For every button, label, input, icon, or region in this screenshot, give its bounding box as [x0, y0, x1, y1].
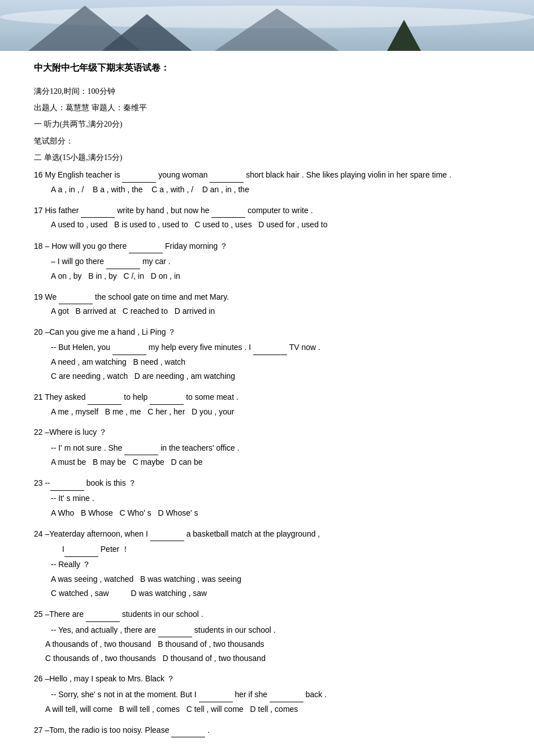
question-20: 20 –Can you give me a hand , Li Ping ？ -… [34, 325, 500, 384]
q18-blank1 [129, 238, 163, 254]
q18-text: 18 – How will you go there Friday mornin… [34, 238, 500, 254]
q22-text: 22 –Where is lucy ？ [34, 425, 500, 440]
q18-options: A on , by B in , by C /, in D on , in [34, 269, 500, 283]
q20-options2: C are needing , watch D are needing , am… [34, 369, 500, 383]
q24-options1: A was seeing , watched B was watching , … [34, 572, 500, 586]
q26-blank1 [199, 686, 233, 702]
q25-options2: C thousands of , two thousands D thousan… [34, 651, 500, 666]
q23-options: A Who B Whose C Who' s D Whose' s [34, 506, 500, 520]
q23-blank1 [50, 475, 84, 491]
exam-title: 中大附中七年级下期末英语试卷： [34, 62, 500, 74]
question-23: 23 -- book is this ？ -- It' s mine . A W… [34, 475, 500, 520]
q16-num: 16 [34, 170, 43, 179]
q19-text: 19 We the school gate on time and met Ma… [34, 289, 500, 305]
q21-blank2 [150, 389, 184, 405]
question-26: 26 –Hello , may I speak to Mrs. Black ？ … [34, 671, 500, 716]
q24-text: 24 –Yeaterday afternoon, when I a basket… [34, 526, 500, 542]
q21-blank1 [88, 389, 121, 405]
q26-subtext: -- Sorry, she' s not in at the moment. B… [34, 686, 500, 702]
question-17: 17 His father write by hand , but now he… [34, 202, 500, 232]
q22-options: A must be B may be C maybe D can be [34, 455, 500, 469]
q16-blank2 [210, 167, 244, 183]
q24-options2: C watched , saw D was watching , saw [34, 586, 500, 601]
q17-options: A used to , used B is used to , used to … [34, 218, 500, 232]
q18-blank2 [106, 253, 140, 269]
q21-options: A me , myself B me , me C her , her D yo… [34, 405, 500, 419]
q17-blank2 [211, 202, 245, 218]
q19-options: A got B arrived at C reached to D arrive… [34, 304, 500, 318]
q17-blank1 [81, 202, 115, 218]
written-part: 笔试部分： [34, 134, 500, 148]
question-19: 19 We the school gate on time and met Ma… [34, 289, 500, 319]
q16-options: A a , in , / B a , with , the C a , with… [34, 183, 500, 197]
q25-blank2 [158, 622, 192, 638]
section2-header: 二 单选(15小题,满分15分) [34, 150, 500, 165]
q25-blank1 [86, 606, 120, 622]
q16-text: 16 My English teacher is young woman sho… [34, 167, 500, 183]
q24-text2: I Peter ！ [34, 541, 500, 557]
q24-blank1 [150, 526, 184, 542]
q27-text: 27 –Tom, the radio is too noisy. Please … [34, 722, 500, 738]
q20-options1: A need , am watching B need , watch [34, 355, 500, 369]
q21-text: 21 They asked to help to some meat . [34, 389, 500, 405]
question-27: 27 –Tom, the radio is too noisy. Please … [34, 722, 500, 738]
q27-blank1 [171, 722, 205, 738]
q22-subtext: -- I' m not sure . She in the teachers' … [34, 440, 500, 456]
author-info: 出题人：葛慧慧 审题人：秦维平 [34, 101, 500, 115]
q16-blank1 [122, 167, 156, 183]
header-banner [0, 0, 534, 51]
q26-options: A will tell, will come B will tell , com… [34, 702, 500, 716]
question-18: 18 – How will you go there Friday mornin… [34, 238, 500, 283]
question-25: 25 –There are students in our school . -… [34, 606, 500, 666]
q19-blank1 [59, 289, 93, 305]
score-time: 满分120,时间：100分钟 [34, 84, 500, 98]
q18-subtext: – I will go there my car . [34, 253, 500, 269]
q24-blank2 [64, 541, 98, 557]
q20-blank2 [253, 339, 287, 355]
q22-blank1 [124, 440, 158, 456]
q23-subtext: -- It' s mine . [34, 491, 500, 506]
question-24: 24 –Yeaterday afternoon, when I a basket… [34, 526, 500, 601]
q23-text: 23 -- book is this ？ [34, 475, 500, 491]
q17-text: 17 His father write by hand , but now he… [34, 202, 500, 218]
q20-blank1 [112, 339, 146, 355]
q20-text: 20 –Can you give me a hand , Li Ping ？ [34, 325, 500, 340]
q25-options1: A thousands of , two thousand B thousand… [34, 637, 500, 651]
question-22: 22 –Where is lucy ？ -- I' m not sure . S… [34, 425, 500, 469]
page: 中大附中七年级下期末英语试卷： 满分120,时间：100分钟 出题人：葛慧慧 审… [0, 0, 534, 756]
q26-text: 26 –Hello , may I speak to Mrs. Black ？ [34, 671, 500, 686]
section1-header: 一 听力(共两节,满分20分) [34, 117, 500, 131]
q20-subtext: -- But Helen, you my help every five min… [34, 339, 500, 355]
question-21: 21 They asked to help to some meat . A m… [34, 389, 500, 419]
q25-subtext: -- Yes, and actually , there are student… [34, 622, 500, 638]
main-content: 中大附中七年级下期末英语试卷： 满分120,时间：100分钟 出题人：葛慧慧 审… [0, 51, 534, 756]
q24-subtext: -- Really ？ [34, 557, 500, 572]
question-16: 16 My English teacher is young woman sho… [34, 167, 500, 197]
q26-blank2 [270, 686, 303, 702]
q25-text: 25 –There are students in our school . [34, 606, 500, 622]
